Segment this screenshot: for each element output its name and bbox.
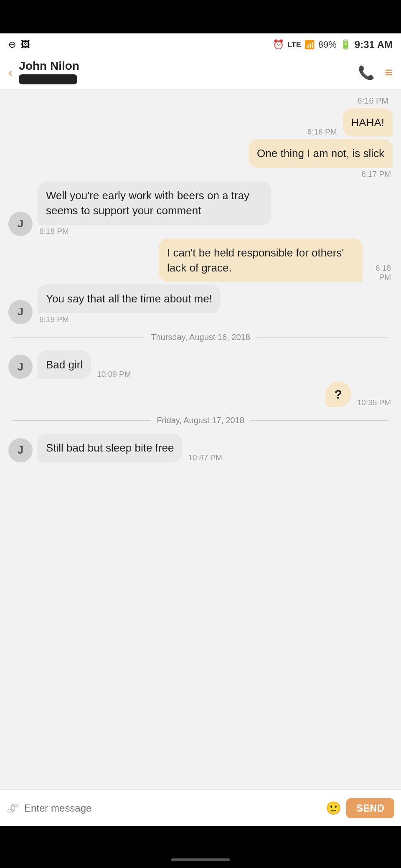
message-timestamp: 10:35 PM [355,398,393,407]
chat-area: 6:16 PM HAHA! 6:16 PM One thing I am not… [0,89,401,789]
bubble-wrapper: 10:35 PM ? [325,381,393,407]
message-row: J Still bad but sleep bite free 10:47 PM [8,434,393,462]
home-indicator [171,858,230,861]
date-text: Thursday, August 16, 2018 [151,332,250,342]
message-bubble: HAHA! [343,108,393,137]
message-bubble: You say that all the time about me! [38,284,221,313]
avatar: J [8,438,33,462]
battery-level: 89% [318,39,337,50]
bubble-wrapper: One thing I am not, is slick 6:17 PM [249,139,393,178]
top-black-bar [0,0,401,33]
date-divider: Thursday, August 16, 2018 [13,332,388,342]
lte-icon: LTE [287,41,301,49]
avatar: J [8,300,33,324]
message-bubble: One thing I am not, is slick [249,139,393,168]
header-icons: 📞 ≡ [358,65,393,81]
contact-subtitle-redacted [19,74,77,84]
avatar: J [8,212,33,236]
message-row: J Bad girl 10:09 PM [8,350,393,379]
clock-time: 9:31 AM [355,39,393,51]
message-timestamp: 6:18 PM [38,227,71,236]
contact-info: John Nilon [19,59,358,86]
message-bubble: Still bad but sleep bite free [38,434,182,462]
message-row: One thing I am not, is slick 6:17 PM [8,139,393,178]
message-timestamp: 6:16 PM [306,127,339,137]
message-timestamp: 10:09 PM [95,370,132,379]
inline-ts: 10:35 PM ? [325,381,393,407]
alarm-icon: ⏰ [273,39,284,50]
divider-line [256,337,388,338]
message-bubble: Well you're early work with beers on a t… [38,181,272,225]
message-row: HAHA! 6:16 PM [8,108,393,137]
input-bar: 🖇 🙂 SEND [0,789,401,826]
minus-icon: ⊖ [8,39,16,50]
status-left-icons: ⊖ 🖼 [8,39,30,50]
inline-ts: Still bad but sleep bite free 10:47 PM [38,434,224,462]
emoji-icon[interactable]: 🙂 [326,801,341,815]
date-divider: Friday, August 17, 2018 [13,416,388,425]
divider-line [13,337,145,338]
bubble-wrapper: You say that all the time about me! 6:19… [38,284,221,324]
bubble-wrapper: Bad girl 10:09 PM [38,350,132,379]
cutoff-row: 6:16 PM [0,94,401,106]
bottom-black-bar [0,826,401,868]
message-bubble-question: ? [325,381,351,407]
status-bar: ⊖ 🖼 ⏰ LTE 📶 89% 🔋 9:31 AM [0,33,401,56]
date-text: Friday, August 17, 2018 [157,416,244,425]
inline-ts: 6:18 PM I can't be held responsible for … [159,239,393,282]
back-button[interactable]: ‹ [8,66,12,79]
message-row: J You say that all the time about me! 6:… [8,284,393,324]
message-timestamp: 10:47 PM [186,453,223,462]
contact-name: John Nilon [19,59,358,73]
message-timestamp: 6:18 PM [367,264,393,282]
cutoff-timestamp: 6:16 PM [358,96,388,106]
signal-icon: 📶 [305,40,315,50]
bubble-wrapper: HAHA! 6:16 PM [306,108,393,137]
send-button[interactable]: SEND [346,798,394,818]
message-bubble: Bad girl [38,350,91,379]
bubble-wrapper: Still bad but sleep bite free 10:47 PM [38,434,224,462]
inline-ts: HAHA! 6:16 PM [306,108,393,137]
divider-line [13,420,151,421]
menu-icon[interactable]: ≡ [385,65,393,80]
message-row: 6:18 PM I can't be held responsible for … [8,239,393,282]
message-timestamp: 6:19 PM [38,315,71,324]
bubble-wrapper: 6:18 PM I can't be held responsible for … [159,239,393,282]
avatar: J [8,355,33,379]
image-icon: 🖼 [21,39,30,50]
battery-icon: 🔋 [340,39,351,50]
divider-line [250,420,388,421]
status-right-info: ⏰ LTE 📶 89% 🔋 9:31 AM [273,39,393,51]
chat-header: ‹ John Nilon 📞 ≡ [0,56,401,89]
bubble-wrapper: Well you're early work with beers on a t… [38,181,272,236]
message-timestamp: 6:17 PM [360,170,393,179]
message-row: 10:35 PM ? [8,381,393,407]
message-row: J Well you're early work with beers on a… [8,181,393,236]
inline-ts: Bad girl 10:09 PM [38,350,132,379]
message-input[interactable] [24,802,321,814]
message-bubble: I can't be held responsible for others' … [159,239,363,282]
phone-icon[interactable]: 📞 [358,65,375,81]
attach-icon[interactable]: 🖇 [7,801,19,815]
